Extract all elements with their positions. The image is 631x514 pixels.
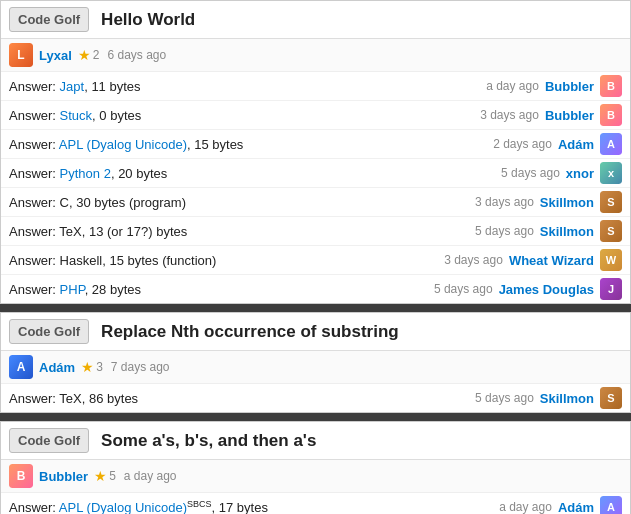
answer-time: a day ago [499,500,552,514]
answer-row: Answer: C, 30 bytes (program)3 days agoS… [1,188,630,217]
answer-text: Answer: C, 30 bytes (program) [9,195,467,210]
card-hello-world: Code GolfHello World L Lyxal★26 days ago… [0,0,631,304]
answer-author[interactable]: Bubbler [545,108,594,123]
answer-time: 3 days ago [480,108,539,122]
svg-text:A: A [607,501,615,513]
rep-num: 3 [96,360,103,374]
asker-row: B Bubbler★5a day ago [1,460,630,493]
asker-row: A Adám★37 days ago [1,351,630,384]
answer-meta: 5 days agoJames Douglas J [434,278,622,300]
avatar: A [9,355,33,379]
answer-author[interactable]: Adám [558,137,594,152]
answer-author[interactable]: Skillmon [540,391,594,406]
card-header: Code GolfSome a's, b's, and then a's [1,422,630,460]
svg-text:x: x [608,167,615,179]
rep-badge: ★2 [78,47,100,63]
answer-time: 3 days ago [444,253,503,267]
answer-link[interactable]: PHP [60,282,85,297]
answer-time: 3 days ago [475,195,534,209]
answer-avatar: S [600,191,622,213]
answer-link[interactable]: Python 2 [60,166,111,181]
rep-badge: ★3 [81,359,103,375]
asker-time: 6 days ago [107,48,166,62]
answer-link[interactable]: Japt [60,79,85,94]
answer-row: Answer: Haskell, 15 bytes (function)3 da… [1,246,630,275]
star-icon: ★ [81,359,94,375]
answer-link[interactable]: APL (Dyalog Unicode) [59,500,187,514]
star-icon: ★ [78,47,91,63]
answer-author[interactable]: James Douglas [499,282,594,297]
answer-row: Answer: PHP, 28 bytes5 days agoJames Dou… [1,275,630,303]
card-header: Code GolfReplace Nth occurrence of subst… [1,313,630,351]
answer-text: Answer: Haskell, 15 bytes (function) [9,253,436,268]
asker-name[interactable]: Bubbler [39,469,88,484]
answer-time: a day ago [486,79,539,93]
answer-meta: 2 days agoAdám A [493,133,622,155]
card-replace-nth: Code GolfReplace Nth occurrence of subst… [0,312,631,413]
answer-row: Answer: APL (Dyalog Unicode)SBCS, 17 byt… [1,493,630,514]
answer-row: Answer: APL (Dyalog Unicode), 15 bytes2 … [1,130,630,159]
answer-avatar: A [600,133,622,155]
answer-meta: a day agoBubbler B [486,75,622,97]
asker-row: L Lyxal★26 days ago [1,39,630,72]
svg-text:L: L [17,48,24,62]
answer-avatar: S [600,387,622,409]
answer-meta: a day agoAdám A [499,496,622,514]
answer-time: 5 days ago [475,224,534,238]
answer-meta: 3 days agoSkillmon S [475,191,622,213]
answer-time: 5 days ago [434,282,493,296]
card-tag: Code Golf [9,319,89,344]
answer-author[interactable]: Wheat Wizard [509,253,594,268]
avatar: L [9,43,33,67]
answer-text: Answer: Python 2, 20 bytes [9,166,493,181]
answer-author[interactable]: Bubbler [545,79,594,94]
answer-meta: 5 days agoSkillmon S [475,387,622,409]
answer-time: 2 days ago [493,137,552,151]
card-tag: Code Golf [9,428,89,453]
answer-row: Answer: TeX, 13 (or 17?) bytes5 days ago… [1,217,630,246]
answer-avatar: B [600,104,622,126]
svg-text:S: S [607,392,614,404]
avatar: B [9,464,33,488]
answer-text: Answer: APL (Dyalog Unicode)SBCS, 17 byt… [9,499,491,514]
card-tag: Code Golf [9,7,89,32]
asker-time: 7 days ago [111,360,170,374]
answer-avatar: A [600,496,622,514]
answer-avatar: W [600,249,622,271]
star-icon: ★ [94,468,107,484]
answer-author[interactable]: Adám [558,500,594,515]
svg-text:B: B [17,469,26,483]
answer-text: Answer: PHP, 28 bytes [9,282,426,297]
answer-avatar: J [600,278,622,300]
rep-num: 2 [93,48,100,62]
svg-text:S: S [607,196,614,208]
svg-text:B: B [607,80,615,92]
svg-text:S: S [607,225,614,237]
answer-row: Answer: Stuck, 0 bytes3 days agoBubbler … [1,101,630,130]
rep-badge: ★5 [94,468,116,484]
asker-name[interactable]: Lyxal [39,48,72,63]
answer-author[interactable]: Skillmon [540,224,594,239]
answer-text: Answer: APL (Dyalog Unicode), 15 bytes [9,137,485,152]
asker-time: a day ago [124,469,177,483]
answer-author[interactable]: xnor [566,166,594,181]
answer-link[interactable]: APL (Dyalog Unicode) [59,137,187,152]
svg-text:A: A [17,360,26,374]
svg-text:A: A [607,138,615,150]
svg-text:B: B [607,109,615,121]
answer-text: Answer: Japt, 11 bytes [9,79,478,94]
answer-meta: 3 days agoWheat Wizard W [444,249,622,271]
answer-meta: 3 days agoBubbler B [480,104,622,126]
card-title: Replace Nth occurrence of substring [97,316,403,348]
answer-link[interactable]: Stuck [60,108,93,123]
answer-row: Answer: Japt, 11 bytesa day agoBubbler B [1,72,630,101]
rep-num: 5 [109,469,116,483]
answer-avatar: B [600,75,622,97]
answer-time: 5 days ago [475,391,534,405]
answer-meta: 5 days agoxnor x [501,162,622,184]
answer-time: 5 days ago [501,166,560,180]
answer-author[interactable]: Skillmon [540,195,594,210]
card-header: Code GolfHello World [1,1,630,39]
asker-name[interactable]: Adám [39,360,75,375]
svg-text:W: W [606,254,617,266]
